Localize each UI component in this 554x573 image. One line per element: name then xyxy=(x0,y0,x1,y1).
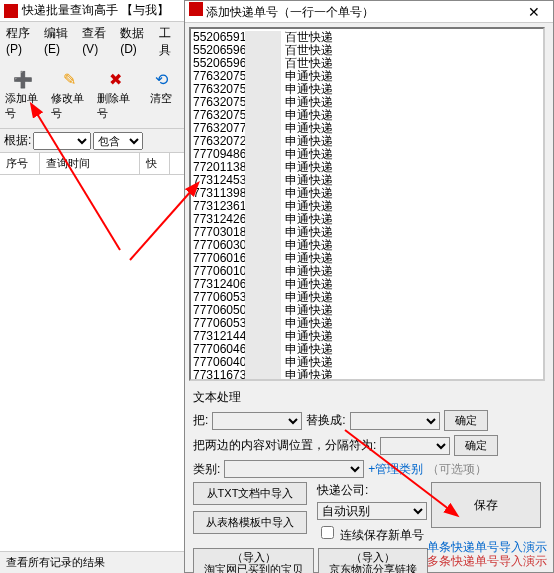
courier-select[interactable]: 自动识别 xyxy=(317,502,427,520)
filter-op-select[interactable]: 包含 xyxy=(93,132,143,150)
menu-edit[interactable]: 编辑(E) xyxy=(42,24,78,60)
optional-hint: （可选项） xyxy=(427,461,487,478)
replace-to-input[interactable] xyxy=(350,412,440,430)
demo-link-single[interactable]: 单条快递单号导入演示 xyxy=(427,540,547,554)
main-window: 快递批量查询高手 【与我】 程序(P) 编辑(E) 查看(V) 数据(D) 工具… xyxy=(0,0,185,573)
toolbar: ➕ 添加单号 ✎ 修改单号 ✖ 删除单号 ⟲ 清空 xyxy=(0,62,184,129)
replace-from-label: 把: xyxy=(193,412,208,429)
menu-program[interactable]: 程序(P) xyxy=(4,24,40,60)
replace-to-label: 替换成: xyxy=(306,412,345,429)
category-select[interactable] xyxy=(224,460,364,478)
import-txt-button[interactable]: 从TXT文档中导入 xyxy=(193,482,307,505)
menu-view[interactable]: 查看(V) xyxy=(80,24,116,60)
th-courier[interactable]: 快 xyxy=(140,153,170,174)
menu-data[interactable]: 数据(D) xyxy=(118,24,155,60)
dialog-titlebar: 添加快递单号（一行一个单号） ✕ xyxy=(185,1,553,23)
clear-icon: ⟲ xyxy=(149,69,173,89)
category-label: 类别: xyxy=(193,461,220,478)
filter-field-select[interactable] xyxy=(33,132,91,150)
th-index[interactable]: 序号 xyxy=(0,153,40,174)
status-bar: 查看所有记录的结果 xyxy=(0,551,184,573)
delete-icon: ✖ xyxy=(103,69,127,89)
save-button[interactable]: 保存 xyxy=(431,482,541,528)
menu-tools[interactable]: 工具 xyxy=(157,24,180,60)
dialog-app-icon xyxy=(189,2,203,16)
text-proc-label: 文本处理 xyxy=(193,389,545,406)
filter-label: 根据: xyxy=(4,132,31,149)
delete-button[interactable]: ✖ 删除单号 xyxy=(94,66,136,124)
courier-label: 快递公司: xyxy=(317,483,368,497)
menubar: 程序(P) 编辑(E) 查看(V) 数据(D) 工具 xyxy=(0,22,184,62)
filter-row: 根据: 包含 xyxy=(0,129,184,153)
plus-icon: ➕ xyxy=(11,69,35,89)
main-titlebar: 快递批量查询高手 【与我】 xyxy=(0,0,184,22)
swap-label: 把两边的内容对调位置，分隔符为: xyxy=(193,437,376,454)
table-header: 序号 查询时间 快 xyxy=(0,153,184,175)
swap-confirm-button[interactable]: 确定 xyxy=(454,435,498,456)
demo-links: 单条快递单号导入演示 多条快递单号导入演示 xyxy=(427,540,547,568)
demo-link-multi[interactable]: 多条快递单号导入演示 xyxy=(427,554,547,568)
edit-button[interactable]: ✎ 修改单号 xyxy=(48,66,90,124)
replace-from-input[interactable] xyxy=(212,412,302,430)
import-template-button[interactable]: 从表格模板中导入 xyxy=(193,511,307,534)
import-jd-button[interactable]: （导入） 京东物流分享链接 xyxy=(318,548,428,573)
close-icon[interactable]: ✕ xyxy=(519,4,549,20)
th-time[interactable]: 查询时间 xyxy=(40,153,140,174)
swap-delimiter-input[interactable] xyxy=(380,437,450,455)
table-body xyxy=(0,175,184,573)
tracking-textarea[interactable]: 5520659144百世快递5520659698百世快递5520659693百世… xyxy=(189,27,545,381)
add-button[interactable]: ➕ 添加单号 xyxy=(2,66,44,124)
main-title: 快递批量查询高手 【与我】 xyxy=(22,2,169,19)
pencil-icon: ✎ xyxy=(57,69,81,89)
replace-confirm-button[interactable]: 确定 xyxy=(444,410,488,431)
add-dialog: 添加快递单号（一行一个单号） ✕ 5520659144百世快递552065969… xyxy=(184,0,554,573)
app-icon xyxy=(4,4,18,18)
manage-category-link[interactable]: +管理类别 xyxy=(368,461,423,478)
continuous-save-checkbox[interactable]: 连续保存新单号 xyxy=(317,523,427,544)
import-taobao-button[interactable]: （导入） 淘宝网已买到的宝贝 xyxy=(193,548,314,573)
dialog-title: 添加快递单号（一行一个单号） xyxy=(206,5,374,19)
clear-button[interactable]: ⟲ 清空 xyxy=(140,66,182,124)
